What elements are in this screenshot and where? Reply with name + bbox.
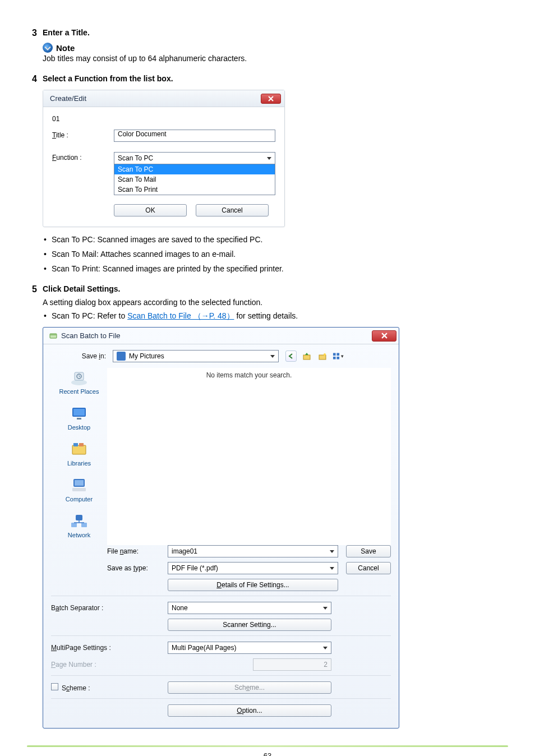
svg-rect-19 (72, 488, 86, 491)
note-body: Job titles may consist of up to 64 alpha… (43, 54, 508, 63)
dialog2-title: Scan Batch to File (61, 331, 121, 340)
function-label: Function : (52, 152, 114, 162)
place-libraries[interactable]: Libraries (67, 440, 91, 467)
svg-rect-18 (75, 480, 84, 486)
cancel-button[interactable]: Cancel (196, 204, 269, 216)
save-as-type-value: PDF File (*.pdf) (172, 564, 218, 572)
option-button[interactable]: Option... (168, 704, 331, 717)
svg-rect-22 (81, 523, 87, 527)
scheme-button[interactable]: Scheme... (168, 681, 331, 694)
step-title-4: Select a Function from the list box. (43, 74, 173, 83)
svg-rect-1 (303, 355, 310, 359)
svg-rect-5 (336, 353, 339, 356)
scheme-checkbox[interactable] (51, 683, 58, 690)
scan-batch-dialog: Scan Batch to File Save in: My Pictures (43, 327, 399, 729)
bullet-text: Scan To Print: Scanned images are printe… (52, 264, 508, 273)
footer-divider (27, 745, 508, 747)
step-number-3: 3 (27, 28, 43, 38)
bullet-dot: • (43, 250, 52, 259)
cancel-button[interactable]: Cancel (346, 562, 391, 574)
file-name-input[interactable]: image01 (168, 545, 338, 557)
function-option-mail[interactable]: Scan To Mail (114, 174, 275, 185)
svg-rect-13 (77, 418, 81, 420)
chevron-down-icon (267, 157, 271, 160)
divider (51, 635, 391, 636)
note-label: Note (56, 43, 75, 53)
chevron-down-icon (330, 567, 334, 570)
place-label: Recent Places (59, 388, 99, 395)
desktop-icon (68, 404, 90, 423)
close-icon (381, 333, 388, 339)
title-label: Title : (52, 130, 114, 139)
batch-separator-value: None (172, 604, 188, 612)
multipage-select[interactable]: Multi Page(All Pages) (168, 642, 331, 654)
create-edit-dialog: Create/Edit 01 Title : Color Document Fu… (43, 90, 285, 227)
ok-button[interactable]: OK (114, 204, 187, 216)
step-title-3: Enter a Title. (43, 28, 90, 37)
scan-batch-link[interactable]: Scan Batch to File （→P. 48） (127, 311, 234, 320)
save-button[interactable]: Save (346, 545, 391, 557)
save-in-label: Save in: (76, 352, 113, 360)
place-label: Desktop (68, 424, 90, 431)
back-icon[interactable] (285, 351, 297, 362)
bullet-dot: • (43, 264, 52, 273)
chevron-down-icon (323, 647, 328, 649)
svg-rect-15 (73, 443, 78, 446)
svg-rect-4 (333, 353, 336, 356)
svg-point-3 (324, 353, 326, 356)
libraries-icon (68, 440, 90, 459)
file-name-label: File name: (107, 547, 168, 555)
batch-separator-select[interactable]: None (168, 602, 331, 614)
place-label: Computer (66, 496, 93, 503)
network-icon (68, 511, 90, 531)
svg-rect-12 (73, 409, 85, 416)
bullet-text: Scan To PC: Scanned images are saved to … (52, 235, 508, 244)
close-icon (268, 96, 274, 102)
svg-rect-14 (72, 445, 86, 454)
function-option-pc[interactable]: Scan To PC (114, 164, 275, 174)
up-folder-icon[interactable] (301, 351, 312, 362)
scanner-setting-button[interactable]: Scanner Setting... (168, 619, 331, 631)
note-icon (43, 43, 53, 53)
svg-rect-16 (79, 443, 84, 446)
page-number: 63 (27, 752, 508, 756)
chevron-down-icon (323, 607, 328, 610)
function-select[interactable]: Scan To PC (114, 152, 275, 164)
svg-rect-0 (50, 334, 57, 338)
svg-rect-21 (71, 523, 77, 527)
divider (51, 698, 391, 699)
step-number-4: 4 (27, 74, 43, 84)
bullet-dot: • (43, 235, 52, 244)
scan-icon (49, 331, 58, 340)
view-menu-icon[interactable] (333, 351, 344, 362)
title-input[interactable]: Color Document (114, 130, 275, 142)
svg-rect-20 (76, 515, 82, 520)
places-bar: Recent Places Desktop Libraries (51, 368, 107, 545)
place-network[interactable]: Network (68, 511, 90, 538)
divider (51, 675, 391, 676)
chevron-down-icon (270, 355, 275, 358)
save-in-select[interactable]: My Pictures (113, 350, 279, 362)
details-file-settings-button[interactable]: Details of File Settings... (168, 579, 338, 591)
place-recent[interactable]: Recent Places (59, 368, 99, 395)
place-computer[interactable]: Computer (66, 476, 93, 503)
close-button[interactable] (261, 94, 281, 104)
close-button[interactable] (372, 330, 396, 342)
place-desktop[interactable]: Desktop (68, 404, 90, 431)
job-number: 01 (52, 115, 275, 123)
chevron-down-icon (330, 550, 334, 553)
file-list-area: No items match your search. (107, 368, 391, 545)
function-select-value: Scan To PC (118, 154, 153, 162)
dialog-title: Create/Edit (50, 94, 86, 103)
save-as-type-select[interactable]: PDF File (*.pdf) (168, 562, 338, 574)
computer-icon (68, 476, 90, 495)
file-name-value: image01 (172, 547, 197, 555)
page-number-input: 2 (253, 658, 331, 671)
svg-rect-7 (336, 357, 339, 359)
function-option-print[interactable]: Scan To Print (114, 185, 275, 195)
step5-body: A setting dialog box appears according t… (43, 298, 508, 307)
new-folder-icon[interactable] (317, 351, 328, 362)
multipage-value: Multi Page(All Pages) (172, 644, 236, 652)
bullet-text: Scan To PC: Refer to Scan Batch to File … (52, 311, 508, 321)
scheme-label: Scheme : (51, 683, 168, 692)
